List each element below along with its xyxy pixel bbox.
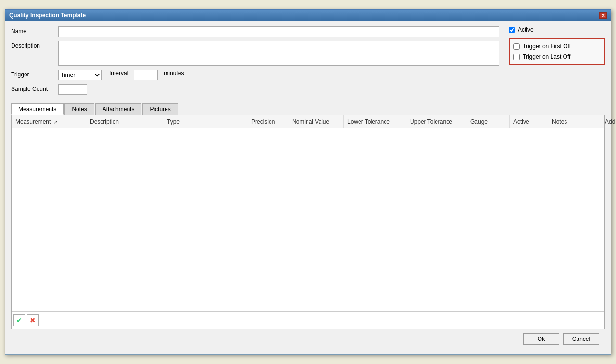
ok-button[interactable]: Ok (523, 333, 559, 345)
tab-content: Measurement ↗ Description Type Precision… (11, 115, 605, 329)
col-nominal-value: Nominal Value (288, 115, 344, 128)
main-window: Quality Inspection Template ✕ Name Descr… (5, 9, 611, 355)
cancel-button[interactable]: Cancel (563, 333, 599, 345)
col-description: Description (86, 115, 163, 128)
col-precision: Precision (247, 115, 288, 128)
active-row: Active (509, 26, 605, 33)
trigger-last-off-row: Trigger on Last Off (513, 53, 600, 60)
trigger-first-off-checkbox[interactable] (513, 43, 520, 50)
interval-label: Interval (109, 70, 128, 76)
active-label: Active (518, 26, 534, 33)
description-label: Description (11, 41, 54, 49)
close-button[interactable]: ✕ (599, 12, 607, 19)
tab-attachments[interactable]: Attachments (95, 103, 142, 115)
tab-bar: Measurements Notes Attachments Pictures (11, 103, 605, 115)
col-active: Active (510, 115, 548, 128)
trigger-first-off-label: Trigger on First Off (523, 43, 571, 50)
minutes-label: minutes (164, 70, 184, 76)
title-bar: Quality Inspection Template ✕ (5, 10, 611, 21)
sample-count-label: Sample Count (11, 84, 54, 92)
form-section: Name Description Trigger Timer Manual Ev… (11, 26, 605, 99)
tab-notes[interactable]: Notes (64, 103, 94, 115)
table-header: Measurement ↗ Description Type Precision… (12, 115, 604, 128)
name-input[interactable] (58, 26, 499, 37)
window-title: Quality Inspection Template (9, 12, 86, 19)
col-add-image: Add Image (601, 115, 616, 128)
col-lower-tolerance: Lower Tolerance (344, 115, 406, 128)
name-row: Name (11, 26, 499, 37)
description-row: Description (11, 41, 499, 66)
bottom-action-bar: ✔ ✖ (12, 311, 604, 329)
active-checkbox[interactable] (509, 27, 515, 33)
trigger-label: Trigger (11, 70, 54, 78)
trigger-select[interactable]: Timer Manual Event (58, 70, 102, 80)
window-body: Name Description Trigger Timer Manual Ev… (5, 21, 611, 354)
trigger-last-off-label: Trigger on Last Off (523, 53, 570, 60)
trigger-last-off-checkbox[interactable] (513, 54, 520, 60)
name-label: Name (11, 26, 54, 35)
tab-pictures[interactable]: Pictures (142, 103, 178, 115)
confirm-row-button[interactable]: ✔ (13, 314, 25, 326)
trigger-row: Trigger Timer Manual Event Interval 60 m… (11, 70, 499, 80)
checkmark-icon: ✔ (16, 316, 22, 324)
col-type: Type (163, 115, 247, 128)
description-textarea[interactable] (58, 41, 499, 66)
interval-input[interactable]: 60 (134, 70, 158, 80)
dialog-footer: Ok Cancel (11, 329, 605, 349)
tabs-container: Measurements Notes Attachments Pictures … (11, 103, 605, 329)
sort-icon: ↗ (53, 119, 57, 125)
form-right: Active Trigger on First Off Trigger on L… (509, 26, 605, 99)
x-icon: ✖ (30, 316, 36, 324)
tab-measurements[interactable]: Measurements (11, 103, 64, 115)
col-measurement: Measurement ↗ (12, 115, 86, 128)
cancel-row-button[interactable]: ✖ (27, 314, 38, 326)
trigger-first-off-row: Trigger on First Off (513, 43, 600, 50)
trigger-options-box: Trigger on First Off Trigger on Last Off (509, 38, 605, 65)
col-upper-tolerance: Upper Tolerance (406, 115, 466, 128)
col-notes: Notes (548, 115, 601, 128)
table-body (12, 128, 604, 311)
col-gauge: Gauge (466, 115, 510, 128)
sample-count-row: Sample Count 1 (11, 84, 499, 95)
form-left: Name Description Trigger Timer Manual Ev… (11, 26, 499, 99)
sample-count-input[interactable]: 1 (58, 84, 87, 95)
